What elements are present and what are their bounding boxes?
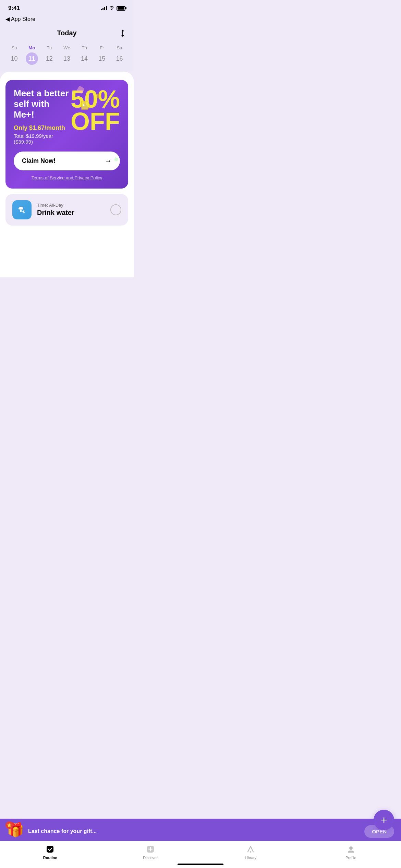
day-name-mo: Mo [28,45,35,50]
habit-info: Time: All-Day Drink water [37,203,105,217]
status-time: 9:41 [8,5,20,12]
day-num-we: 13 [61,52,73,65]
calendar-week: Su 10 Mo 11 Tu 12 We 13 Th 14 Fr 15 Sa 1… [0,43,134,72]
habit-name: Drink water [37,209,105,217]
calendar-day-tu[interactable]: Tu 12 [42,45,57,65]
promo-tag-icon [81,100,90,113]
battery-icon [117,6,125,11]
day-name-we: We [63,45,70,50]
calendar-day-th[interactable]: Th 14 [77,45,92,65]
calendar-day-sa[interactable]: Sa 16 [112,45,127,65]
status-icons [101,5,125,11]
wifi-icon [109,5,114,11]
calendar-day-fr[interactable]: Fr 15 [94,45,109,65]
day-num-fr: 15 [96,52,108,65]
promo-headline: Meet a better self with Me+! [14,88,71,120]
terms-link[interactable]: Terms of Service and Privacy Policy [14,175,120,180]
main-content: Meet a better self with Me+! Only $1.67/… [0,72,134,277]
sort-button[interactable] [119,29,127,37]
day-num-su: 10 [8,52,21,65]
svg-rect-5 [19,207,23,208]
habit-icon-wrap [12,200,32,219]
day-num-sa: 16 [113,52,125,65]
calendar-day-mo[interactable]: Mo 11 [24,45,39,65]
svg-point-4 [23,212,25,213]
svg-point-1 [83,105,85,106]
page-title: Today [57,29,76,37]
back-label: App Store [11,16,35,22]
day-name-th: Th [82,45,87,50]
calendar-day-su[interactable]: Su 10 [7,45,22,65]
day-num-mo: 11 [26,52,38,65]
day-name-fr: Fr [100,45,104,50]
claim-btn-label: Claim Now! [22,157,56,165]
promo-discount: 50% OFF [71,88,120,133]
page-header: Today [0,25,134,43]
day-name-sa: Sa [117,45,122,50]
habit-time: Time: All-Day [37,203,105,208]
claim-arrow-icon: → [105,157,112,165]
water-faucet-icon [16,204,27,215]
day-name-tu: Tu [47,45,52,50]
day-num-th: 14 [78,52,90,65]
promo-card: Meet a better self with Me+! Only $1.67/… [5,80,128,189]
day-name-su: Su [12,45,17,50]
svg-rect-2 [19,208,23,209]
calendar-day-we[interactable]: We 13 [59,45,74,65]
svg-rect-3 [20,209,22,212]
app-store-back[interactable]: ◀ App Store [0,14,134,25]
discount-off: OFF [71,110,120,133]
status-bar: 9:41 [0,0,134,14]
back-arrow-icon: ◀ [5,16,10,22]
habit-check-button[interactable] [110,204,121,215]
day-num-tu: 12 [43,52,56,65]
signal-icon [101,6,107,10]
claim-now-button[interactable]: Claim Now! → [14,152,120,170]
promo-total: Total $19.99/year ($39.99) [14,133,71,145]
promo-price: Only $1.67/month [14,124,71,132]
habit-item: Time: All-Day Drink water [5,194,128,226]
